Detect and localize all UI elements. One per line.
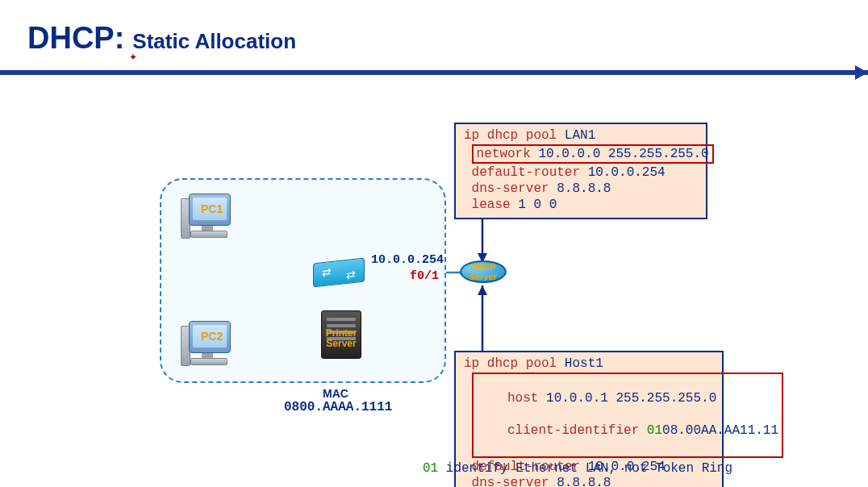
footnote: 01 identify Ethernet LAN, not Token Ring [423, 461, 732, 476]
dhcp-server-icon: DHCP Server [460, 260, 507, 288]
cursor-icon: ✦ [129, 52, 139, 63]
dhcp-server-label: DHCP Server [458, 263, 508, 281]
printer-server-icon: Printer Server [321, 310, 361, 359]
interface-port: f0/1 [410, 269, 439, 283]
pc1-label: PC1 [201, 202, 223, 215]
pc2-icon: PC2 [184, 321, 231, 365]
title-sub: Static Allocation [132, 29, 296, 54]
title-underline-arrow-icon [855, 65, 868, 80]
pc2-label: PC2 [201, 330, 223, 343]
printer-server-label: Printer Server [315, 328, 368, 348]
title-main: DHCP: [27, 21, 124, 56]
pc1-icon: PC1 [184, 194, 231, 238]
mac-title: MAC [323, 387, 348, 400]
mac-value: 0800.AAAA.1111 [284, 400, 392, 414]
slide-title: DHCP: Static Allocation [27, 21, 296, 56]
gateway-ip: 10.0.0.254 [371, 253, 444, 267]
config-box-lan1: ip dhcp pool LAN1 network 10.0.0.0 255.2… [454, 123, 707, 219]
title-underline [0, 70, 868, 75]
